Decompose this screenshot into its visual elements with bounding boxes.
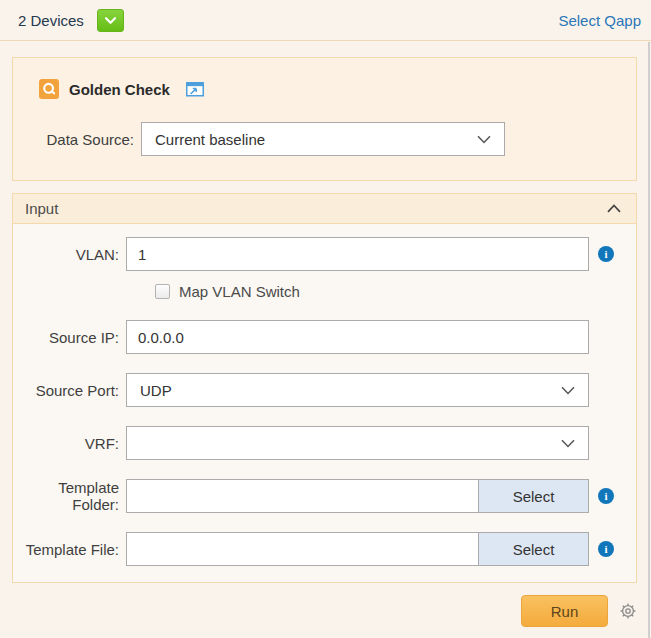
input-section-header[interactable]: Input	[13, 194, 636, 224]
template-folder-row: Template Folder: Select i	[13, 479, 636, 513]
source-ip-label: Source IP:	[13, 329, 126, 346]
data-source-value: Current baseline	[155, 131, 265, 148]
source-ip-row: Source IP:	[13, 320, 636, 354]
device-selector: 2 Devices	[18, 9, 124, 32]
data-source-label: Data Source:	[28, 131, 141, 148]
source-port-select[interactable]: UDP	[126, 373, 589, 407]
source-port-label: Source Port:	[13, 382, 126, 399]
vlan-input[interactable]	[126, 237, 589, 271]
chevron-down-icon	[561, 439, 575, 448]
qapp-title-row: Golden Check	[28, 79, 621, 99]
input-section-title: Input	[25, 200, 58, 217]
vrf-row: VRF:	[13, 426, 636, 460]
info-icon[interactable]: i	[598, 541, 614, 557]
run-button[interactable]: Run	[521, 595, 608, 627]
template-folder-input[interactable]	[127, 480, 478, 512]
template-file-input[interactable]	[127, 533, 478, 565]
qapp-panel: Golden Check Data Source: Current baseli…	[12, 57, 637, 181]
chevron-down-icon	[561, 386, 575, 395]
template-folder-label: Template Folder:	[13, 479, 126, 513]
qapp-icon	[39, 79, 59, 99]
input-panel: Input VLAN: i Map VLAN Switch Source IP:…	[12, 193, 637, 583]
open-window-icon[interactable]	[186, 82, 204, 97]
pane-edge-divider	[648, 42, 650, 638]
map-vlan-switch-row: Map VLAN Switch	[13, 283, 636, 300]
vrf-label: VRF:	[13, 435, 126, 452]
data-source-row: Data Source: Current baseline	[28, 122, 621, 156]
chevron-down-icon	[104, 15, 117, 26]
source-port-row: Source Port: UDP	[13, 373, 636, 407]
map-vlan-switch-label[interactable]: Map VLAN Switch	[179, 283, 300, 300]
vlan-row: VLAN: i	[13, 237, 636, 271]
qapp-title: Golden Check	[69, 81, 170, 98]
template-file-control: Select	[126, 532, 589, 566]
select-qapp-link[interactable]: Select Qapp	[558, 12, 641, 29]
map-vlan-switch-checkbox[interactable]	[155, 284, 170, 299]
chevron-down-icon	[477, 135, 491, 144]
chevron-up-icon	[607, 204, 621, 213]
vlan-label: VLAN:	[13, 246, 126, 263]
action-bar: Run	[0, 583, 651, 627]
template-file-label: Template File:	[13, 541, 126, 558]
source-ip-input[interactable]	[126, 320, 589, 354]
vrf-select[interactable]	[126, 426, 589, 460]
template-file-select-button[interactable]: Select	[478, 533, 588, 565]
template-file-row: Template File: Select i	[13, 532, 636, 566]
data-source-select[interactable]: Current baseline	[141, 122, 505, 156]
info-icon[interactable]: i	[598, 246, 614, 262]
template-folder-control: Select	[126, 479, 589, 513]
source-port-value: UDP	[140, 382, 172, 399]
template-folder-select-button[interactable]: Select	[478, 480, 588, 512]
input-form: VLAN: i Map VLAN Switch Source IP: Sourc…	[13, 224, 636, 582]
gear-icon[interactable]	[619, 602, 637, 620]
info-icon[interactable]: i	[598, 488, 614, 504]
devices-dropdown-button[interactable]	[97, 9, 124, 32]
topbar: 2 Devices Select Qapp	[0, 0, 651, 41]
device-count-label: 2 Devices	[18, 12, 84, 29]
